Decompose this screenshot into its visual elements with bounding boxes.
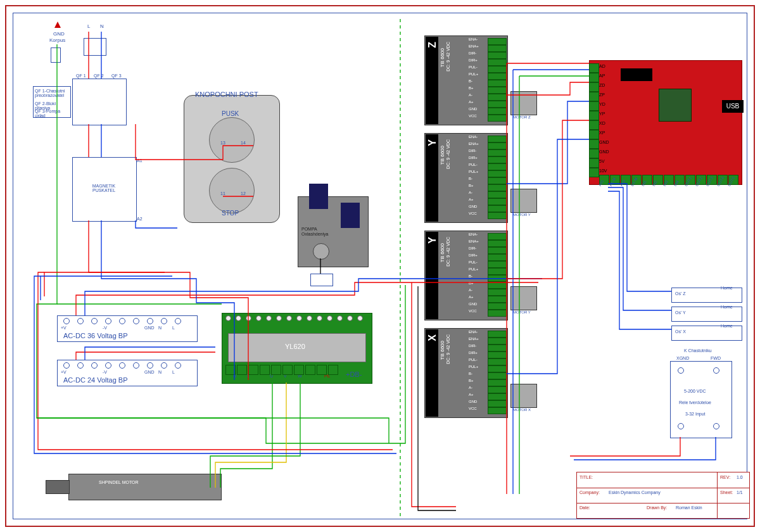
driver-pin-label: A+ xyxy=(469,393,474,396)
vfd-terminal xyxy=(266,315,272,321)
term-block xyxy=(310,274,333,286)
vfd-terminal xyxy=(296,315,302,321)
driver-pin xyxy=(488,184,507,191)
vfd-terminal xyxy=(260,365,270,375)
vfd-terminal xyxy=(327,315,332,321)
stop-button[interactable] xyxy=(209,168,255,213)
driver-pin xyxy=(488,156,507,163)
pump-cap2 xyxy=(341,203,360,228)
driver-axis: Y xyxy=(427,139,438,146)
n-label: N xyxy=(100,24,104,29)
driver-pin xyxy=(488,365,507,372)
driver-pin xyxy=(488,386,507,393)
t11: 11 xyxy=(220,191,225,196)
driver-pin xyxy=(488,379,507,386)
vfd-terminal xyxy=(248,365,258,375)
gnd-arrow-icon xyxy=(54,22,61,28)
driver-pin xyxy=(488,170,507,177)
qf-desc-1: QF 1-Chastotni preobrazovatel xyxy=(35,89,69,98)
driver-pin-label: A+ xyxy=(469,100,474,104)
driver-pin xyxy=(488,233,507,240)
driver-pin-label: B+ xyxy=(469,86,474,90)
driver-pin xyxy=(488,372,507,379)
tb-rev: 1.0 xyxy=(737,475,743,480)
korpus-label: Korpus xyxy=(49,38,65,43)
psu-terminal xyxy=(147,318,153,324)
pusk-button[interactable] xyxy=(209,117,255,163)
tb-drawn-lbl: Drawn By: xyxy=(647,505,667,510)
driver-pin xyxy=(488,52,507,59)
driver-axis-label xyxy=(426,37,438,124)
motor xyxy=(510,189,537,213)
driver-axis-label xyxy=(426,134,438,222)
vfd-terminal xyxy=(347,315,353,321)
ssr-term xyxy=(678,423,684,429)
psu-terminal xyxy=(175,362,181,369)
driver-pin-label: DIR- xyxy=(469,246,476,250)
driver-pin xyxy=(488,108,507,115)
vfd-terminal xyxy=(317,365,327,375)
t14: 14 xyxy=(241,141,246,145)
vfd-terminal xyxy=(271,365,281,375)
driver-axis: X xyxy=(427,334,438,341)
title-block: TITLE: REV: 1.0 Company: Eskin Dynamics … xyxy=(576,472,750,519)
qf-desc-3: QF 3-Pompa oxlad xyxy=(35,109,69,118)
psu-term-label: N xyxy=(158,370,162,374)
psu-term-label: L xyxy=(172,370,175,374)
driver-pin-label: PUL- xyxy=(469,163,478,167)
ctrl-pin-label: XP xyxy=(599,130,605,135)
motor-label: MOTOR X xyxy=(513,408,531,412)
driver-pin-label: DIR- xyxy=(469,344,476,348)
ssr-fwd: FWD xyxy=(711,356,721,360)
a1: A1 xyxy=(137,158,142,163)
driver-pin xyxy=(488,101,507,108)
tb-drawn: Roman Eskin xyxy=(676,505,702,510)
driver-pin-label: A- xyxy=(469,93,472,97)
driver-pin-label: ENA- xyxy=(469,135,478,139)
puskatel-title: MAGNETIK PUSKATEL xyxy=(90,184,118,193)
driver-axis-label xyxy=(426,329,438,417)
ssr-k: K Chastotniku xyxy=(684,348,712,353)
driver-pin xyxy=(488,338,507,345)
ctrl-pin-label: GND xyxy=(599,140,609,144)
tb-company: Eskin Dynamics Company xyxy=(609,490,661,495)
driver-pin-label: VCC xyxy=(469,309,477,313)
ssr-xgnd: XGND xyxy=(676,356,689,360)
ctrl-pin-label: GND xyxy=(599,149,609,154)
driver-pin-label: DIR- xyxy=(469,149,476,153)
driver-pin-label: PUL- xyxy=(469,358,478,362)
ctrl-pin xyxy=(589,130,599,139)
driver-pin xyxy=(488,191,507,198)
ctrl-pin-label: 10V xyxy=(599,168,607,173)
driver-pin-label: VCC xyxy=(469,114,477,118)
motor xyxy=(510,91,537,115)
driver-pin xyxy=(488,163,507,170)
driver-pin xyxy=(488,142,507,149)
ctrl-pin xyxy=(589,63,599,73)
tb-sheet-lbl: Sheet: xyxy=(720,490,733,495)
driver-pin-label: DIR+ xyxy=(469,58,478,62)
driver-axis-label xyxy=(426,232,438,319)
driver-pin-label: PUL+ xyxy=(469,72,478,76)
psu36-label: AC-DC 36 Voltag BP xyxy=(63,332,128,340)
vfd-terminal xyxy=(317,315,322,321)
controller-board xyxy=(589,60,742,185)
psu-terminal xyxy=(161,318,167,324)
home-axis: Os' Z xyxy=(675,291,686,296)
driver-pin xyxy=(488,345,507,352)
psu-terminal xyxy=(133,318,139,324)
psu-terminal xyxy=(63,362,70,369)
ctrl-pin xyxy=(589,82,599,92)
psu-terminal xyxy=(105,318,111,324)
driver-pin xyxy=(488,400,507,407)
ctrl-pin xyxy=(589,139,599,149)
usb-port[interactable]: USB xyxy=(722,100,744,113)
vfd-terminal xyxy=(307,315,312,321)
driver-pin-label: B+ xyxy=(469,379,474,383)
driver-pin xyxy=(488,352,507,358)
psu-term-label: -V xyxy=(103,370,107,374)
driver-axis: Z xyxy=(427,42,438,48)
block xyxy=(51,48,61,63)
driver-pin-label: DIR+ xyxy=(469,253,478,257)
home-axis: Os' Y xyxy=(675,310,686,315)
